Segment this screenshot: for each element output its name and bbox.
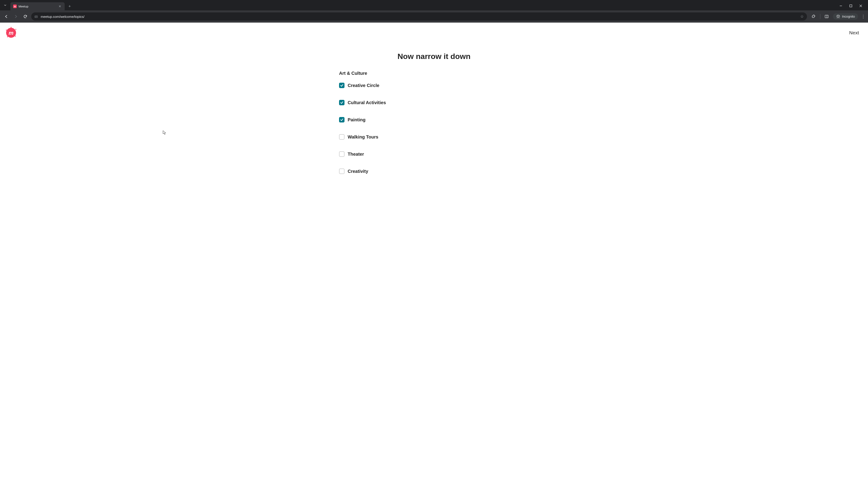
window-controls [838,4,868,7]
browser-menu-button[interactable]: ⋮ [861,14,865,19]
topic-label: Creativity [348,169,368,174]
chevron-down-icon [4,4,6,6]
svg-text:m: m [8,30,13,36]
check-icon [340,84,344,87]
topic-label: Creative Circle [348,83,379,88]
sidepanel-icon[interactable] [824,13,830,20]
browser-tab[interactable]: m Meetup ✕ [10,2,65,10]
address-bar[interactable]: meetup.com/welcome/topics/ ☆ [31,12,807,21]
topic-item[interactable]: Walking Tours [339,134,511,140]
svg-point-14 [15,36,16,37]
topic-checkbox[interactable] [339,117,344,123]
reload-icon [23,14,27,19]
arrow-left-icon [4,14,8,19]
meetup-logo-icon: m [4,27,18,39]
topic-label: Painting [348,117,366,123]
svg-rect-7 [825,15,828,18]
new-tab-button[interactable]: + [66,3,73,9]
svg-rect-1 [850,5,852,7]
mouse-cursor [163,130,166,136]
topic-checkbox[interactable] [339,83,344,88]
meetup-logo[interactable]: m [4,27,17,39]
arrow-right-icon [14,14,18,19]
topic-checkbox[interactable] [339,168,344,174]
close-window-button[interactable] [858,4,864,7]
check-icon [340,101,344,104]
topic-item[interactable]: Painting [339,117,511,123]
topic-checkbox[interactable] [339,100,344,105]
svg-point-11 [6,30,7,31]
page-content: m Next Now narrow it down Art & Culture … [0,23,868,488]
back-button[interactable] [3,13,10,20]
tab-bar: m Meetup ✕ + [0,0,868,10]
incognito-badge[interactable]: Incognito [833,13,858,20]
next-button[interactable]: Next [849,30,859,35]
incognito-icon [836,15,840,18]
reload-button[interactable] [22,13,29,20]
topic-item[interactable]: Cultural Activities [339,100,511,105]
main-content: Now narrow it down Art & Culture Creativ… [352,52,515,174]
site-info-icon[interactable] [34,15,38,18]
extensions-icon[interactable] [811,13,817,20]
maximize-button[interactable] [848,4,854,7]
bookmark-star-icon[interactable]: ☆ [800,14,804,19]
topic-label: Theater [348,152,364,157]
topic-label: Cultural Activities [348,100,386,105]
svg-point-15 [11,27,11,28]
topic-checkbox[interactable] [339,151,344,157]
browser-toolbar: meetup.com/welcome/topics/ ☆ Incognito ⋮ [0,10,868,23]
minimize-button[interactable] [838,4,844,7]
incognito-label: Incognito [842,15,855,18]
category-title: Art & Culture [339,71,511,76]
tab-search-dropdown[interactable] [2,2,8,8]
close-tab-button[interactable]: ✕ [58,4,62,8]
topic-label: Walking Tours [348,134,378,140]
svg-rect-4 [35,16,37,18]
svg-point-12 [16,29,16,30]
page-heading: Now narrow it down [357,52,511,61]
url-text: meetup.com/welcome/topics/ [41,15,798,19]
topic-checkbox[interactable] [339,134,344,140]
forward-button[interactable] [12,13,20,20]
tab-title: Meetup [19,5,56,8]
page-header: m Next [0,23,868,43]
browser-chrome: m Meetup ✕ + meetup.com/welcome/topics/ … [0,0,868,23]
topic-item[interactable]: Creative Circle [339,83,511,88]
toolbar-right: Incognito ⋮ [809,13,865,20]
svg-point-13 [7,36,8,37]
meetup-favicon-icon: m [13,4,17,8]
topic-item[interactable]: Creativity [339,168,511,174]
topic-item[interactable]: Theater [339,151,511,157]
check-icon [340,118,344,122]
topics-list: Creative CircleCultural ActivitiesPainti… [339,83,511,174]
